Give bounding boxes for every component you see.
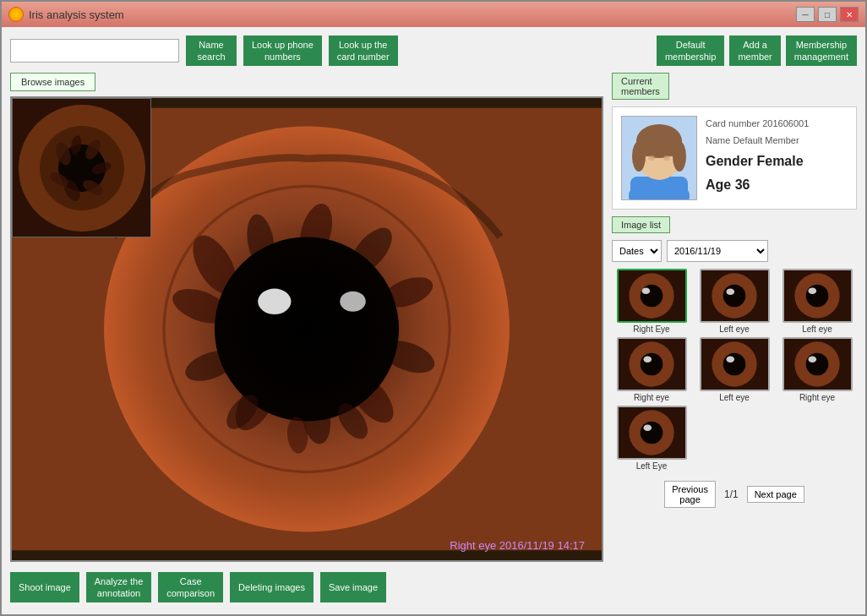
- analyze-annotation-button[interactable]: Analyze the annotation: [86, 572, 151, 602]
- svg-point-26: [258, 289, 291, 315]
- svg-point-59: [722, 353, 745, 376]
- member-name: Name Default Member: [706, 133, 848, 150]
- thumb-img-0[interactable]: [617, 269, 687, 323]
- title-controls: ─ □ ✕: [796, 7, 859, 22]
- app-icon: [8, 7, 24, 22]
- thumb-label-2: Left eye: [802, 324, 832, 334]
- browse-btn-area: Browse images: [10, 73, 603, 91]
- lookup-phone-button[interactable]: Look up phone numbers: [243, 35, 322, 66]
- date-filter-select[interactable]: Dates: [612, 240, 662, 262]
- current-members-label: Current members: [612, 73, 669, 100]
- svg-point-68: [643, 424, 652, 431]
- thumb-label-6: Left Eye: [636, 461, 668, 471]
- membership-mgmt-button[interactable]: Membership management: [786, 35, 857, 66]
- svg-point-43: [640, 285, 663, 308]
- close-button[interactable]: ✕: [840, 7, 859, 22]
- main-image-container: Right eye 2016/11/19 14:17: [10, 96, 603, 562]
- title-bar: Iris analysis system ─ □ ✕: [2, 2, 865, 27]
- image-grid: Right Eye Left eye: [612, 269, 857, 471]
- browse-images-button[interactable]: Browse images: [10, 73, 95, 91]
- image-list-controls: Dates 2016/11/19: [612, 240, 857, 262]
- thumb-cell-2[interactable]: Left eye: [777, 269, 857, 334]
- thumbnail-eye-svg: [13, 99, 151, 237]
- name-search-button[interactable]: Name search: [186, 35, 237, 66]
- next-page-button[interactable]: Next page: [747, 486, 804, 503]
- add-member-button[interactable]: Add a member: [729, 35, 780, 66]
- svg-point-52: [808, 287, 816, 294]
- thumb-cell-3[interactable]: Right eye: [612, 337, 691, 402]
- thumb-label-0: Right Eye: [633, 324, 669, 334]
- svg-point-39: [648, 155, 655, 161]
- thumb-label-5: Right eye: [799, 393, 835, 402]
- save-image-button[interactable]: Save image: [320, 572, 386, 602]
- thumb-cell-4[interactable]: Left eye: [695, 337, 774, 402]
- pagination-bar: Previous page 1/1 Next page: [612, 481, 857, 508]
- member-gender: Gender Female: [706, 150, 848, 174]
- case-comparison-button[interactable]: Case comparison: [158, 572, 223, 602]
- prev-page-button[interactable]: Previous page: [664, 481, 716, 508]
- svg-point-60: [726, 356, 734, 363]
- body-area: Browse images: [10, 73, 857, 562]
- date-select[interactable]: 2016/11/19: [667, 240, 768, 262]
- svg-point-63: [805, 353, 828, 376]
- search-input[interactable]: [10, 39, 179, 63]
- svg-point-25: [215, 237, 399, 421]
- top-bar: Name search Look up phone numbers Look u…: [10, 35, 857, 66]
- thumb-img-5[interactable]: [782, 337, 853, 391]
- title-left: Iris analysis system: [8, 7, 124, 22]
- thumb-cell-6[interactable]: Left Eye: [612, 406, 691, 471]
- svg-point-27: [340, 292, 366, 312]
- thumb-label-3: Right eye: [634, 393, 669, 402]
- svg-point-44: [641, 287, 650, 294]
- thumb-img-3[interactable]: [617, 337, 687, 391]
- member-details: Card number 201606001 Name Default Membe…: [706, 116, 848, 198]
- right-panel: Current members: [612, 73, 857, 562]
- svg-point-67: [640, 422, 663, 444]
- svg-rect-32: [630, 177, 688, 200]
- thumb-img-1[interactable]: [700, 269, 770, 323]
- thumb-img-6[interactable]: [617, 406, 687, 460]
- card-number: Card number 201606001: [706, 116, 848, 133]
- svg-point-40: [663, 155, 670, 161]
- svg-point-64: [808, 356, 816, 363]
- delete-images-button[interactable]: Deleting images: [230, 572, 314, 602]
- thumb-cell-0[interactable]: Right Eye: [612, 269, 691, 334]
- restore-button[interactable]: □: [818, 7, 837, 22]
- window-title: Iris analysis system: [29, 8, 124, 21]
- avatar-svg: [622, 116, 696, 200]
- thumb-cell-1[interactable]: Left eye: [695, 269, 774, 334]
- lookup-card-button[interactable]: Look up the card number: [329, 35, 398, 66]
- svg-point-48: [726, 288, 734, 295]
- thumb-cell-5[interactable]: Right eye: [777, 337, 857, 402]
- svg-point-51: [805, 285, 828, 308]
- default-membership-button[interactable]: Default membership: [657, 35, 725, 66]
- svg-rect-38: [636, 139, 682, 156]
- thumb-label-1: Left eye: [719, 324, 750, 334]
- image-timestamp: Right eye 2016/11/19 14:17: [450, 539, 585, 552]
- main-content: Name search Look up phone numbers Look u…: [2, 27, 865, 614]
- left-panel: Browse images: [10, 73, 603, 562]
- minimize-button[interactable]: ─: [796, 7, 815, 22]
- thumb-label-4: Left eye: [719, 393, 750, 402]
- thumb-img-2[interactable]: [782, 269, 853, 323]
- member-info-box: Card number 201606001 Name Default Membe…: [612, 106, 857, 210]
- shoot-image-button[interactable]: Shoot image: [10, 572, 79, 602]
- svg-point-47: [722, 285, 745, 308]
- page-info: 1/1: [724, 488, 739, 500]
- member-age: Age 36: [706, 173, 848, 198]
- main-window: Iris analysis system ─ □ ✕ Name search L…: [0, 0, 867, 616]
- thumbnail-inset: [12, 98, 151, 237]
- thumb-img-4[interactable]: [700, 337, 770, 391]
- svg-point-55: [640, 353, 663, 376]
- svg-point-56: [643, 356, 652, 363]
- member-avatar: [621, 116, 697, 200]
- top-bar-right: Default membership Add a member Membersh…: [657, 35, 857, 66]
- bottom-bar: Shoot image Analyze the annotation Case …: [10, 569, 857, 606]
- image-list-label: Image list: [612, 216, 670, 233]
